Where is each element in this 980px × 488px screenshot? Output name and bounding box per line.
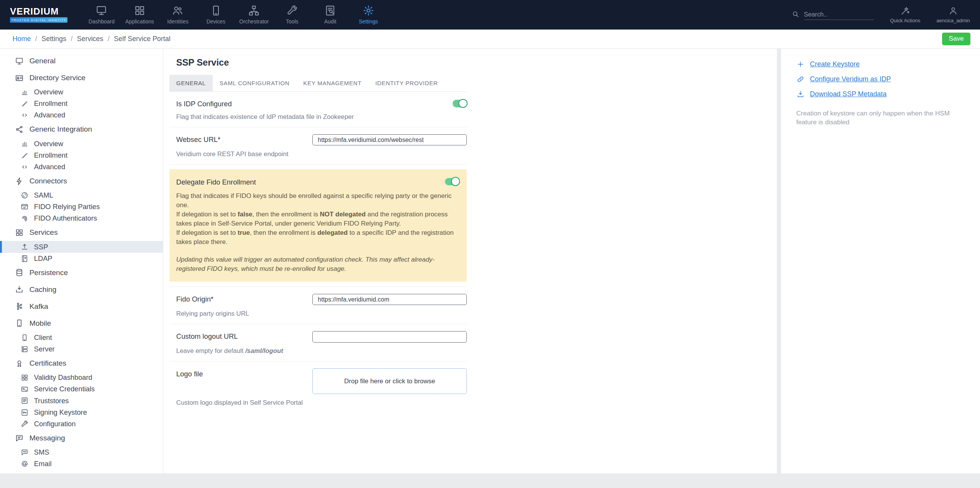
action-download-ssp-metadata[interactable]: Download SSP Metadata bbox=[796, 90, 968, 98]
nav-item-tools[interactable]: Tools bbox=[273, 0, 311, 30]
sidebar-item-truststores[interactable]: Truststores bbox=[0, 395, 163, 406]
breadcrumb-self-service-portal[interactable]: Self Service Portal bbox=[114, 35, 170, 43]
sidebar-item-service-credentials[interactable]: Service Credentials bbox=[0, 383, 163, 395]
sidebar-item-label: SAML bbox=[34, 191, 53, 199]
sidebar-item-label: Persistence bbox=[30, 269, 68, 277]
fido-origin-input[interactable] bbox=[312, 294, 467, 305]
field-websec-url: Websec URL* Veridium core REST API base … bbox=[169, 127, 467, 165]
sidebar-item-validity-dashboard[interactable]: Validity Dashboard bbox=[0, 372, 163, 383]
sidebar-item-server[interactable]: Server bbox=[0, 343, 163, 355]
sidebar-item-general[interactable]: General bbox=[0, 53, 163, 69]
tab-key-management[interactable]: KEY MANAGEMENT bbox=[296, 75, 368, 91]
sidebar-item-ssp[interactable]: SSP bbox=[0, 241, 163, 252]
messaging-icon bbox=[15, 434, 24, 443]
sidebar-item-messaging[interactable]: Messaging bbox=[0, 430, 163, 447]
sidebar-item-label: Client bbox=[34, 333, 52, 342]
action-create-keystore[interactable]: Create Keystore bbox=[796, 60, 968, 68]
identities-icon bbox=[172, 5, 184, 16]
tab-saml-configuration[interactable]: SAML CONFIGURATION bbox=[213, 75, 297, 91]
sidebar-item-sms[interactable]: SMS bbox=[0, 447, 163, 458]
sidebar-item-label: FIDO Authenticators bbox=[34, 214, 97, 223]
sidebar-item-fido-relying-parties[interactable]: FIDO Relying Parties bbox=[0, 201, 163, 213]
sidebar-item-ldap[interactable]: LDAP bbox=[0, 253, 163, 264]
nav-item-dashboard[interactable]: Dashboard bbox=[82, 0, 120, 30]
action-configure-veridium-as-idp[interactable]: Configure Veridium as IDP bbox=[796, 75, 968, 83]
sidebar-item-advanced[interactable]: Advanced bbox=[0, 161, 163, 173]
kafka-icon bbox=[15, 302, 24, 311]
nav-item-audit[interactable]: Audit bbox=[311, 0, 349, 30]
right-actions-panel: Create KeystoreConfigure Veridium as IDP… bbox=[781, 49, 980, 473]
sidebar-item-client[interactable]: Client bbox=[0, 332, 163, 343]
search-input[interactable] bbox=[804, 10, 874, 20]
sidebar-item-overview[interactable]: Overview bbox=[0, 138, 163, 149]
veridium-admin-app: VERIDIUM TRUSTED DIGITAL IDENTITY Dashbo… bbox=[0, 0, 980, 488]
nav-item-identities[interactable]: Identities bbox=[159, 0, 197, 30]
nav-item-settings[interactable]: Settings bbox=[350, 0, 387, 30]
tab-bar: GENERALSAML CONFIGURATIONKEY MANAGEMENTI… bbox=[169, 75, 467, 92]
sidebar-item-overview[interactable]: Overview bbox=[0, 86, 163, 98]
nav-item-devices[interactable]: Devices bbox=[197, 0, 235, 30]
content-area: GeneralDirectory ServiceOverviewEnrollme… bbox=[0, 49, 980, 488]
settings-icon bbox=[363, 5, 374, 16]
sidebar-item-signing-keystore[interactable]: Signing Keystore bbox=[0, 407, 163, 418]
websec-url-input[interactable] bbox=[312, 134, 467, 145]
search-icon bbox=[791, 9, 799, 21]
sidebar-item-certificates[interactable]: Certificates bbox=[0, 355, 163, 372]
sidebar-item-label: Enrollment bbox=[34, 99, 67, 108]
quick-actions-icon bbox=[900, 6, 910, 16]
sidebar-item-connectors[interactable]: Connectors bbox=[0, 173, 163, 190]
save-button[interactable]: Save bbox=[942, 33, 971, 45]
sidebar-item-advanced[interactable]: Advanced bbox=[0, 109, 163, 121]
top-navigation: VERIDIUM TRUSTED DIGITAL IDENTITY Dashbo… bbox=[0, 0, 980, 30]
sidebar-item-label: Generic Integration bbox=[30, 125, 92, 134]
sidebar-item-enrollment[interactable]: Enrollment bbox=[0, 150, 163, 161]
logo-file-dropzone[interactable]: Drop file here or click to browse bbox=[312, 368, 467, 394]
sidebar-item-label: Messaging bbox=[30, 434, 65, 442]
download-icon bbox=[796, 90, 804, 98]
sidebar-item-label: Kafka bbox=[30, 302, 48, 311]
field-is-idp-configured: Is IDP Configured Flag that indicates ex… bbox=[169, 92, 467, 127]
delegate-fido-toggle[interactable] bbox=[445, 178, 460, 186]
nav-item-label: Applications bbox=[125, 18, 154, 25]
breadcrumb-settings[interactable]: Settings bbox=[41, 35, 66, 43]
sidebar-item-services[interactable]: Services bbox=[0, 224, 163, 241]
sidebar-item-enrollment[interactable]: Enrollment bbox=[0, 98, 163, 109]
sidebar-item-kafka[interactable]: Kafka bbox=[0, 298, 163, 315]
username-label: aencica_admin bbox=[936, 18, 970, 23]
field-logo-file: Logo file Drop file here or click to bro… bbox=[169, 361, 467, 413]
sidebar-item-directory-service[interactable]: Directory Service bbox=[0, 69, 163, 86]
breadcrumb-services[interactable]: Services bbox=[77, 35, 103, 43]
sidebar-item-configuration[interactable]: Configuration bbox=[0, 418, 163, 430]
sidebar-item-saml[interactable]: SAML bbox=[0, 190, 163, 201]
user-icon bbox=[948, 6, 958, 16]
veridium-logo[interactable]: VERIDIUM TRUSTED DIGITAL IDENTITY bbox=[10, 7, 67, 23]
connector-icon bbox=[15, 177, 24, 186]
nav-item-label: Identities bbox=[167, 18, 188, 25]
sidebar-item-caching[interactable]: Caching bbox=[0, 281, 163, 298]
is-idp-configured-toggle[interactable] bbox=[453, 100, 467, 107]
logo-tagline: TRUSTED DIGITAL IDENTITY bbox=[10, 17, 67, 23]
sidebar-item-label: Overview bbox=[34, 88, 63, 96]
nav-item-applications[interactable]: Applications bbox=[121, 0, 159, 30]
sidebar-item-mobile[interactable]: Mobile bbox=[0, 315, 163, 332]
quick-actions-button[interactable]: Quick Actions bbox=[889, 6, 921, 23]
tab-identity-provider[interactable]: IDENTITY PROVIDER bbox=[368, 75, 445, 91]
nav-item-label: Orchestrator bbox=[239, 18, 269, 25]
nav-item-label: Settings bbox=[359, 18, 378, 25]
sidebar-item-email[interactable]: Email bbox=[0, 458, 163, 470]
custom-logout-url-label: Custom logout URL bbox=[176, 331, 238, 341]
user-menu[interactable]: aencica_admin bbox=[936, 6, 970, 23]
sidebar-item-generic-integration[interactable]: Generic Integration bbox=[0, 121, 163, 138]
sidebar-item-label: Certificates bbox=[30, 359, 66, 368]
nav-item-orchestrator[interactable]: Orchestrator bbox=[235, 0, 273, 30]
custom-logout-url-description: Leave empty for default /saml/logout bbox=[176, 347, 467, 355]
tab-general[interactable]: GENERAL bbox=[169, 75, 213, 91]
breadcrumb-home[interactable]: Home bbox=[13, 35, 31, 43]
custom-logout-url-input[interactable] bbox=[312, 331, 467, 342]
sidebar-item-fido-authenticators[interactable]: FIDO Authenticators bbox=[0, 213, 163, 224]
credentials-icon bbox=[21, 385, 28, 393]
sidebar-item-persistence[interactable]: Persistence bbox=[0, 264, 163, 281]
nav-item-label: Tools bbox=[286, 18, 298, 25]
sms-icon bbox=[21, 448, 28, 456]
nav-item-label: Devices bbox=[207, 18, 225, 25]
